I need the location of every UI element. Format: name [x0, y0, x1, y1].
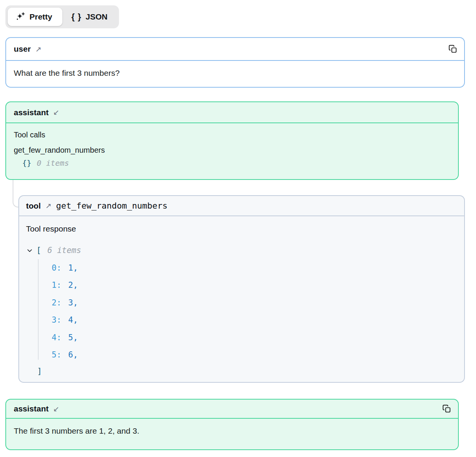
view-mode-toggle: Pretty { } JSON — [5, 5, 119, 28]
json-entry-key: 0: — [52, 263, 61, 273]
arrow-down-left-icon: ↙ — [53, 405, 59, 413]
tool-name: get_few_random_numbers — [56, 201, 167, 211]
json-entry: 4: 5, — [26, 329, 456, 346]
copy-icon — [448, 49, 457, 55]
role-label-assistant: assistant — [14, 404, 49, 413]
json-entry-key: 2: — [52, 298, 61, 307]
json-entry: 3: 4, — [26, 312, 456, 329]
sparkle-icon — [15, 12, 25, 22]
json-entry-key: 4: — [52, 333, 61, 342]
arrow-up-right-icon: ↗ — [45, 202, 51, 209]
chevron-down-icon[interactable] — [26, 247, 33, 254]
assistant-tool-call-body: Tool calls get_few_random_numbers {} 0 i… — [6, 123, 458, 175]
json-entry-value: 6, — [68, 350, 78, 359]
tool-message-body: Tool response [ 6 items 0: 1, 1: 2, — [19, 216, 464, 379]
tool-message-header: tool ↗ get_few_random_numbers — [19, 196, 464, 216]
tool-calls-section-label: Tool calls — [14, 131, 450, 139]
assistant-reply-header: assistant ↙ — [6, 400, 458, 419]
user-message-header: user ↗ — [6, 38, 464, 61]
json-tree: [ 6 items 0: 1, 1: 2, 2: 3, 3: 4, — [26, 244, 456, 379]
role-label-tool: tool — [26, 201, 41, 211]
assistant-reply-card: assistant ↙ The first 3 numbers are 1, 2… — [5, 399, 459, 450]
json-entry-value: 1, — [68, 263, 78, 273]
close-bracket: ] — [37, 367, 42, 376]
assistant-tool-call-header: assistant ↙ — [6, 102, 458, 123]
json-entry-value: 5, — [68, 333, 78, 342]
json-entry-key: 5: — [52, 350, 61, 359]
json-tree-rows: 0: 1, 1: 2, 2: 3, 3: 4, 4: 5, — [26, 259, 456, 364]
braces-icon: { } — [72, 12, 82, 22]
json-entry-value: 4, — [68, 315, 78, 325]
json-entry: 0: 1, — [26, 259, 456, 277]
copy-button[interactable] — [448, 44, 458, 54]
args-item-count: 0 items — [37, 158, 69, 168]
open-bracket: [ — [36, 246, 41, 255]
tool-call-args: {} 0 items — [14, 158, 450, 168]
assistant-tool-call-card: assistant ↙ Tool calls get_few_random_nu… — [5, 101, 459, 180]
tool-call-name: get_few_random_numbers — [14, 146, 450, 155]
json-entry: 1: 2, — [26, 277, 456, 294]
tab-json[interactable]: { } JSON — [65, 8, 117, 26]
json-entry: 5: 6, — [26, 346, 456, 364]
json-entry-value: 2, — [68, 281, 78, 290]
item-count: 6 items — [47, 246, 82, 255]
user-message-text: What are the first 3 numbers? — [6, 61, 464, 85]
json-entry-key: 3: — [52, 315, 61, 325]
json-entry-key: 1: — [52, 281, 61, 290]
json-entry: 2: 3, — [26, 294, 456, 312]
json-entry-value: 3, — [68, 298, 78, 307]
copy-icon — [442, 409, 451, 415]
tab-pretty[interactable]: Pretty — [8, 8, 62, 26]
tool-response-section-label: Tool response — [26, 224, 456, 233]
role-label-assistant: assistant — [14, 108, 49, 117]
role-label-user: user — [14, 44, 31, 54]
json-tree-root: [ 6 items — [26, 244, 456, 257]
tab-pretty-label: Pretty — [29, 12, 52, 21]
copy-button[interactable] — [442, 404, 452, 414]
arrow-down-left-icon: ↙ — [53, 109, 59, 116]
empty-object-icon: {} — [22, 158, 31, 168]
tab-json-label: JSON — [86, 12, 108, 21]
arrow-up-right-icon: ↗ — [35, 46, 41, 53]
json-tree-close: ] — [26, 364, 456, 379]
tool-message-card: tool ↗ get_few_random_numbers Tool respo… — [18, 195, 465, 383]
assistant-reply-text: The first 3 numbers are 1, 2, and 3. — [6, 419, 458, 443]
user-message-card: user ↗ What are the first 3 numbers? — [5, 37, 465, 88]
